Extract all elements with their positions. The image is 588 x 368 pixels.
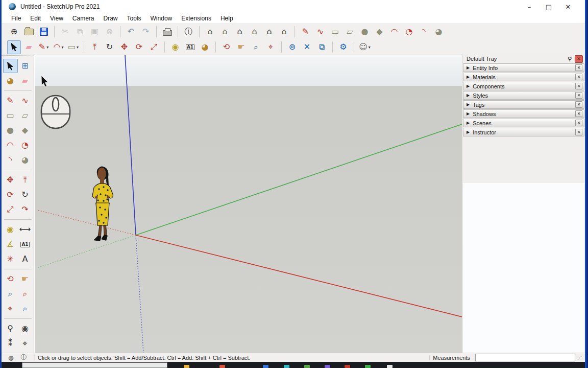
taskbar-app-icon[interactable] <box>387 365 393 368</box>
minimize-button[interactable]: – <box>520 1 539 13</box>
close-icon[interactable]: ✕ <box>575 120 582 126</box>
walk-button[interactable]: ⁑ <box>3 336 18 351</box>
extension-manager-button[interactable]: ⚙ <box>336 40 350 54</box>
taskbar-app-icon[interactable] <box>284 365 289 368</box>
copy-button[interactable]: ⧉ <box>73 25 87 39</box>
rectangle-flyout-dropdown-icon[interactable]: ▾ <box>77 45 79 50</box>
three-point-arc-tool-button[interactable]: ◝ <box>417 25 431 39</box>
close-icon[interactable]: ✕ <box>575 83 582 89</box>
menu-window[interactable]: Window <box>146 14 177 23</box>
3d-warehouse-button[interactable]: ⊚ <box>285 40 299 54</box>
freehand-tool-button[interactable]: ∿ <box>313 25 327 39</box>
rotate-button[interactable]: ⟳ <box>132 40 146 54</box>
tape-measure-button[interactable]: ◉ <box>168 40 182 54</box>
rectangle-tool-button[interactable]: ▭ <box>3 108 18 123</box>
zoom-button[interactable]: ⌕ <box>249 40 263 54</box>
zoom-extents-button[interactable]: ⌖ <box>264 40 278 54</box>
view-right-button[interactable]: ⌂ <box>248 25 261 39</box>
pie-tool-button[interactable]: ◕ <box>18 153 33 167</box>
menu-camera[interactable]: Camera <box>68 14 99 23</box>
menu-help[interactable]: Help <box>216 14 238 23</box>
tray-section-components[interactable]: ▶Components✕ <box>463 82 584 90</box>
close-icon[interactable]: ✕ <box>575 110 582 117</box>
scale-button[interactable]: ⤢ <box>147 40 161 54</box>
expand-arrow-icon[interactable]: ▶ <box>467 111 470 116</box>
zoom-window-button[interactable]: ⌕ <box>18 287 33 301</box>
line-flyout-dropdown-icon[interactable]: ▾ <box>46 45 48 50</box>
menu-draw[interactable]: Draw <box>99 14 122 23</box>
rectangle-tool-button[interactable]: ▭ <box>328 25 342 39</box>
taskbar-app-icon[interactable] <box>219 365 225 368</box>
menu-edit[interactable]: Edit <box>26 14 45 23</box>
close-button[interactable]: ✕ <box>558 1 578 13</box>
eraser-button[interactable]: ▰ <box>18 74 33 88</box>
close-icon[interactable]: ✕ <box>575 64 582 71</box>
print-button[interactable] <box>160 25 174 39</box>
paste-button[interactable]: ▣ <box>88 25 102 39</box>
view-iso-button[interactable]: ⌂ <box>203 25 217 39</box>
pie-tool-button[interactable]: ◕ <box>432 25 446 39</box>
menu-tools[interactable]: Tools <box>122 14 146 23</box>
arc-flyout-dropdown-icon[interactable]: ▾ <box>61 45 63 50</box>
tray-section-styles[interactable]: ▶Styles✕ <box>463 91 584 100</box>
zoom-previous-button[interactable]: ⌕ <box>18 302 33 316</box>
protractor-button[interactable]: ∡ <box>3 237 18 251</box>
3d-text-button[interactable]: A <box>18 252 33 266</box>
tray-section-tags[interactable]: ▶Tags✕ <box>463 100 584 109</box>
tray-section-instructor[interactable]: ▶Instructor✕ <box>463 128 584 136</box>
cut-button[interactable]: ✂ <box>58 25 72 39</box>
expand-arrow-icon[interactable]: ▶ <box>467 121 470 125</box>
open-button[interactable] <box>22 25 36 39</box>
rotated-rectangle-tool-button[interactable]: ▱ <box>343 25 357 39</box>
line-tool-button[interactable]: ✎ <box>299 25 312 39</box>
menu-view[interactable]: View <box>45 14 68 23</box>
resize-grip[interactable]: ⋰ <box>577 355 582 360</box>
tray-section-entity-info[interactable]: ▶Entity Info✕ <box>463 63 584 72</box>
rectangle-flyout-button[interactable]: ▭▾ <box>66 40 80 54</box>
circle-tool-button[interactable]: ● <box>358 25 372 39</box>
move-button[interactable]: ✥ <box>3 173 18 187</box>
line-flyout-button[interactable]: ✎▾ <box>37 40 51 54</box>
look-around-button[interactable]: ◉ <box>18 321 33 336</box>
pan-button[interactable]: ☛ <box>234 40 248 54</box>
taskbar-app-icon[interactable] <box>304 365 310 368</box>
tray-close-button[interactable]: ✕ <box>575 55 583 63</box>
expand-arrow-icon[interactable]: ▶ <box>467 84 470 88</box>
tray-section-shadows[interactable]: ▶Shadows✕ <box>463 109 584 118</box>
view-left-button[interactable]: ⌂ <box>277 25 291 39</box>
geolocation-icon[interactable]: ◍ <box>8 354 13 361</box>
model-info-button[interactable]: ⓘ <box>182 25 195 39</box>
axes-button[interactable]: ✳ <box>3 252 18 266</box>
arc-flyout-button[interactable]: ◠▾ <box>52 40 65 54</box>
circle-tool-button[interactable]: ● <box>3 123 18 137</box>
close-icon[interactable]: ✕ <box>575 101 582 108</box>
select-button[interactable] <box>7 40 21 54</box>
arc-tool-button[interactable]: ◔ <box>18 138 33 152</box>
two-point-arc-tool-button[interactable]: ◔ <box>402 25 416 39</box>
account-button[interactable]: ☺▾ <box>358 40 372 54</box>
orbit-button[interactable]: ⟲ <box>3 272 18 286</box>
new-button[interactable]: ⊕ <box>7 25 21 39</box>
maximize-button[interactable]: □ <box>539 1 558 13</box>
view-top-button[interactable]: ⌂ <box>218 25 232 39</box>
orbit-button[interactable]: ⟲ <box>219 40 233 54</box>
measurements-input[interactable] <box>475 354 575 361</box>
rotated-rectangle-tool-button[interactable]: ▱ <box>18 108 33 123</box>
extension-warehouse-button[interactable]: ✕ <box>300 40 314 54</box>
push-pull-button[interactable]: ⤒ <box>18 173 33 187</box>
close-icon[interactable]: ✕ <box>575 74 582 80</box>
drawing-canvas[interactable] <box>35 55 462 353</box>
menu-file[interactable]: File <box>7 14 26 23</box>
taskbar-app-icon[interactable] <box>184 365 189 368</box>
delete-button[interactable]: ⊗ <box>103 25 116 39</box>
expand-arrow-icon[interactable]: ▶ <box>467 75 470 79</box>
follow-me-button[interactable]: ↻ <box>18 188 33 202</box>
select-button[interactable] <box>3 59 18 73</box>
view-front-button[interactable]: ⌂ <box>233 25 247 39</box>
undo-button[interactable]: ↶ <box>124 25 138 39</box>
tape-measure-button[interactable]: ◉ <box>3 222 18 237</box>
zoom-button[interactable]: ⌕ <box>3 287 18 301</box>
pin-icon[interactable]: ⚲ <box>568 56 572 62</box>
push-pull-button[interactable]: ⤒ <box>88 40 102 54</box>
expand-arrow-icon[interactable]: ▶ <box>467 93 470 98</box>
